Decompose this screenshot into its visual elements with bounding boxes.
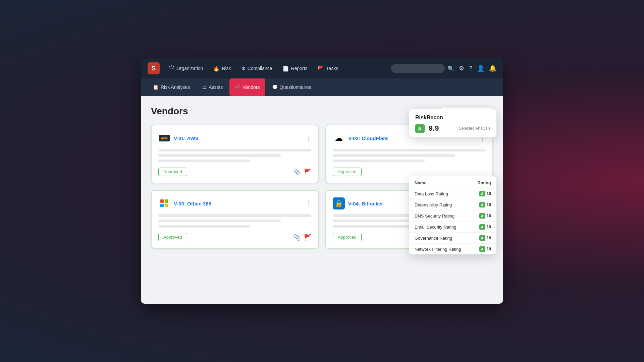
top-nav: S 🏛 Organization 🔥 Risk ❄ Compliance 📄 R…: [141, 58, 503, 78]
nav-label-tasks: Tasks: [326, 66, 338, 71]
sub-nav-label-questionnaires: Questionnaires: [280, 84, 311, 90]
rating-num-defensibility: 10: [487, 202, 491, 207]
vendor-line: [158, 149, 311, 152]
rating-badge-defensibility: A: [479, 202, 485, 207]
risk-analyses-icon: 📋: [153, 84, 159, 90]
vendor-name-aws[interactable]: V-01: AWS: [174, 135, 199, 141]
approved-badge-o365[interactable]: Approved: [158, 233, 187, 241]
organization-icon: 🏛: [169, 65, 174, 71]
top-search-icon[interactable]: 🔍: [447, 65, 454, 72]
compliance-icon: ❄: [241, 65, 246, 72]
rating-table-popup: Name Rating Data Loss Rating A 10 Defens…: [409, 176, 496, 254]
vendor-logo-o365: [158, 197, 170, 209]
col-header-name: Name: [415, 180, 426, 185]
rating-num-data-loss: 10: [487, 191, 491, 196]
assets-icon: 🗂: [202, 84, 207, 90]
rating-badge-network-filtering: A: [479, 246, 485, 252]
riskrecon-title: RiskRecon: [415, 115, 490, 121]
top-search-input[interactable]: [391, 64, 445, 73]
nav-label-organization: Organization: [176, 66, 203, 71]
vendor-lines-cf: [333, 149, 486, 162]
user-icon[interactable]: 👤: [477, 65, 484, 72]
rating-num-dns: 10: [487, 214, 491, 218]
vendor-line: [158, 160, 250, 162]
rating-num-governance: 10: [487, 236, 491, 240]
main-content: Vendors 🔍 aws V-01: AWS ⋮: [141, 96, 503, 304]
rating-name-dns: DNS Security Rating: [415, 214, 454, 219]
selected-analysis-label: Selected Analysis: [459, 126, 490, 131]
rating-badge-governance: A: [479, 235, 485, 241]
approved-badge-aws[interactable]: Approved: [158, 168, 187, 176]
riskrecon-header: RiskRecon A 9.9 Selected Analysis: [409, 109, 496, 137]
rating-num-email-security: 10: [487, 225, 491, 229]
nav-item-compliance[interactable]: ❄ Compliance: [237, 63, 276, 74]
score-number: 9.9: [429, 124, 439, 133]
rating-value-network-filtering: A 10: [479, 246, 491, 252]
vendors-icon: 🛒: [235, 84, 240, 90]
approved-badge-cf[interactable]: Approved: [333, 168, 362, 176]
nav-item-tasks[interactable]: 🚩 Tasks: [314, 63, 342, 74]
help-icon[interactable]: ?: [469, 65, 472, 72]
sub-nav-item-questionnaires[interactable]: 💬 Questionnaires: [267, 78, 317, 96]
vendor-lines-aws: [158, 149, 311, 162]
vendor-line: [158, 225, 250, 228]
attachment-icon-o365[interactable]: 📎: [293, 234, 301, 241]
flag-icon-aws[interactable]: 🚩: [304, 168, 311, 176]
vendor-name-bit[interactable]: V-04: Bitlocker: [348, 201, 383, 206]
vendor-menu-aws[interactable]: ⋮: [305, 134, 311, 142]
top-nav-actions: ⚙ ? 👤 🔔: [459, 65, 496, 72]
nav-item-reports[interactable]: 📄 Reports: [278, 63, 312, 74]
rating-row-email-security[interactable]: Email Security Rating A 10: [409, 222, 496, 233]
vendor-line: [333, 149, 486, 152]
attachment-icon-aws[interactable]: 📎: [293, 168, 301, 176]
vendor-line: [333, 160, 425, 162]
rating-value-data-loss: A 10: [479, 191, 491, 196]
vendor-line: [158, 220, 281, 222]
page-title: Vendors: [151, 106, 188, 117]
rating-row-governance[interactable]: Governance Rating A 10: [409, 233, 496, 244]
vendor-card-aws: aws V-01: AWS ⋮ Approved 📎 🚩: [151, 125, 319, 183]
nav-item-organization[interactable]: 🏛 Organization: [165, 63, 207, 74]
rating-row-network-filtering[interactable]: Network Filtering Rating A 10: [409, 244, 496, 254]
vendor-card-header-aws: aws V-01: AWS ⋮: [158, 132, 311, 144]
reports-icon: 📄: [282, 65, 289, 72]
vendor-title-aws: aws V-01: AWS: [158, 132, 199, 144]
score-badge: A: [415, 124, 425, 133]
nav-label-risk: Risk: [222, 66, 231, 71]
rating-value-governance: A 10: [479, 235, 491, 241]
rating-name-defensibility: Defensibility Rating: [415, 202, 452, 207]
tasks-icon: 🚩: [318, 65, 324, 72]
nav-label-compliance: Compliance: [248, 66, 272, 71]
flag-icon-o365[interactable]: 🚩: [304, 234, 311, 241]
rating-row-defensibility[interactable]: Defensibility Rating A 10: [409, 199, 496, 210]
rating-name-governance: Governance Rating: [415, 236, 452, 241]
sub-nav-item-assets[interactable]: 🗂 Assets: [197, 78, 228, 96]
vendor-card-footer-o365: Approved 📎 🚩: [158, 233, 311, 241]
approved-badge-bit[interactable]: Approved: [333, 233, 362, 241]
vendor-name-cf[interactable]: V-02: CloudFlare: [348, 135, 388, 141]
vendor-card-office365: V-03: Office 365 ⋮ Approved 📎 🚩: [151, 190, 319, 249]
vendor-card-header-o365: V-03: Office 365 ⋮: [158, 197, 311, 209]
vendor-title-o365: V-03: Office 365: [158, 197, 211, 209]
vendor-title-cf: ☁ V-02: CloudFlare: [333, 132, 388, 144]
rating-row-dns[interactable]: DNS Security Rating A 10: [409, 210, 496, 222]
rating-row-data-loss[interactable]: Data Loss Rating A 10: [409, 188, 496, 199]
riskrecon-popup: RiskRecon A 9.9 Selected Analysis: [409, 109, 496, 137]
rating-badge-data-loss: A: [479, 191, 485, 196]
questionnaires-icon: 💬: [272, 84, 278, 90]
vendor-menu-o365[interactable]: ⋮: [305, 200, 311, 207]
sub-nav-item-vendors[interactable]: 🛒 Vendors: [229, 78, 265, 96]
sub-nav-item-risk-analyses[interactable]: 📋 Risk Analyses: [148, 78, 195, 96]
col-header-rating: Rating: [478, 180, 491, 185]
app-window: S 🏛 Organization 🔥 Risk ❄ Compliance 📄 R…: [141, 58, 503, 304]
rating-num-network-filtering: 10: [487, 247, 491, 251]
settings-icon[interactable]: ⚙: [459, 65, 464, 72]
rating-badge-dns: A: [479, 213, 485, 219]
vendor-name-o365[interactable]: V-03: Office 365: [174, 201, 211, 206]
vendor-card-footer-aws: Approved 📎 🚩: [158, 168, 311, 176]
nav-item-risk[interactable]: 🔥 Risk: [209, 63, 235, 74]
notification-icon[interactable]: 🔔: [489, 65, 496, 72]
rating-value-defensibility: A 10: [479, 202, 491, 207]
rating-name-network-filtering: Network Filtering Rating: [415, 247, 461, 252]
sub-nav-label-vendors: Vendors: [243, 84, 260, 90]
